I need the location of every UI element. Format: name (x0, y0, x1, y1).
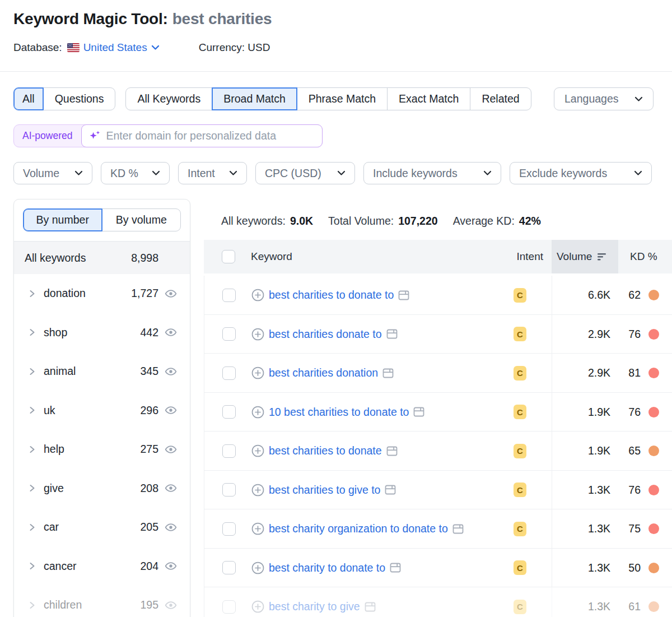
database-value: United States (83, 41, 147, 54)
chevron-right-icon[interactable] (27, 445, 36, 454)
keyword-group-row[interactable]: uk 296 (14, 391, 190, 430)
serp-preview-icon[interactable] (385, 484, 396, 495)
keyword-link[interactable]: best charity organization to donate to (269, 522, 448, 535)
keyword-link[interactable]: best charities donate to (269, 328, 382, 341)
tab-phrase-match[interactable]: Phrase Match (297, 87, 388, 110)
serp-preview-icon[interactable] (452, 523, 464, 535)
add-keyword-icon[interactable] (251, 406, 264, 419)
add-keyword-icon[interactable] (251, 289, 264, 301)
keyword-group-row[interactable]: shop 442 (14, 313, 190, 352)
row-checkbox[interactable] (222, 483, 236, 497)
keyword-link[interactable]: best charity to donate to (269, 562, 385, 574)
tab-all[interactable]: All (13, 87, 44, 110)
volume-value: 1.9K (552, 393, 618, 432)
row-checkbox[interactable] (222, 522, 236, 536)
row-checkbox[interactable] (222, 367, 236, 380)
keyword-group-row[interactable]: car 205 (14, 508, 190, 547)
tool-title: Keyword Magic Tool: (13, 10, 168, 27)
serp-preview-icon[interactable] (365, 601, 376, 613)
keyword-group-row[interactable]: children 195 (14, 586, 190, 617)
eye-icon[interactable] (165, 404, 177, 416)
tab-all-keywords[interactable]: All Keywords (125, 87, 212, 110)
keyword-link[interactable]: best charities donation (269, 367, 378, 379)
exclude-keywords-dropdown[interactable]: Exclude keywords (510, 162, 652, 184)
keyword-link[interactable]: best charities to donate (269, 444, 382, 457)
group-count: 195 (140, 599, 158, 611)
row-checkbox[interactable] (222, 405, 236, 419)
keyword-group-row[interactable]: give 208 (14, 469, 190, 508)
stat-all-keywords: All keywords:9.0K (221, 215, 313, 228)
table-row: best charities to donate C 1.9K 65 (204, 432, 672, 471)
keyword-group-row[interactable]: animal 345 (14, 352, 190, 391)
eye-icon[interactable] (165, 443, 177, 456)
page-header: Keyword Magic Tool:best charities (13, 10, 272, 28)
languages-dropdown[interactable]: Languages (554, 87, 654, 110)
keyword-link[interactable]: best charities to donate to (269, 289, 394, 301)
eye-icon[interactable] (165, 560, 177, 572)
column-intent[interactable]: Intent (510, 250, 552, 263)
add-keyword-icon[interactable] (251, 484, 264, 497)
database-selector[interactable]: United States (67, 41, 160, 54)
all-keywords-row[interactable]: All keywords 8,998 (14, 241, 190, 274)
tab-exact-match[interactable]: Exact Match (387, 87, 470, 110)
add-keyword-icon[interactable] (251, 562, 264, 574)
group-count: 205 (140, 521, 158, 534)
intent-filter-dropdown[interactable]: Intent (178, 162, 247, 184)
add-keyword-icon[interactable] (251, 328, 264, 341)
chevron-right-icon[interactable] (27, 601, 36, 610)
eye-icon[interactable] (165, 599, 177, 611)
volume-filter-dropdown[interactable]: Volume (13, 162, 92, 184)
column-kd[interactable]: KD % (618, 250, 672, 263)
eye-icon[interactable] (165, 287, 177, 300)
row-checkbox[interactable] (222, 444, 236, 458)
volume-value: 1.3K (552, 509, 618, 549)
add-keyword-icon[interactable] (251, 367, 264, 379)
chevron-right-icon[interactable] (27, 289, 36, 298)
kd-filter-dropdown[interactable]: KD % (101, 162, 170, 184)
tab-broad-match[interactable]: Broad Match (212, 87, 297, 110)
tab-questions[interactable]: Questions (43, 87, 116, 110)
domain-input[interactable] (106, 129, 322, 142)
tab-related[interactable]: Related (470, 87, 531, 110)
keyword-group-row[interactable]: cancer 204 (14, 547, 190, 586)
kd-value: 81 (628, 367, 641, 379)
serp-preview-icon[interactable] (398, 290, 409, 301)
row-checkbox[interactable] (222, 561, 236, 574)
eye-icon[interactable] (165, 482, 177, 494)
include-keywords-dropdown[interactable]: Include keywords (363, 162, 501, 184)
row-checkbox[interactable] (222, 327, 236, 341)
keyword-link[interactable]: best charity to give (269, 600, 360, 613)
chevron-right-icon[interactable] (27, 367, 36, 376)
ai-powered-badge: AI-powered (14, 130, 81, 142)
row-checkbox[interactable] (222, 289, 236, 302)
keyword-link[interactable]: best charities to give to (269, 484, 380, 497)
row-checkbox[interactable] (222, 600, 236, 614)
column-volume[interactable]: Volume (552, 240, 618, 273)
cpc-filter-dropdown[interactable]: CPC (USD) (255, 162, 355, 184)
serp-preview-icon[interactable] (386, 446, 398, 457)
keyword-group-row[interactable]: help 275 (14, 430, 190, 469)
toggle-by-number[interactable]: By number (23, 208, 102, 231)
chevron-right-icon[interactable] (27, 406, 36, 415)
keyword-link[interactable]: 10 best charities to donate to (269, 406, 409, 419)
chevron-right-icon[interactable] (27, 484, 36, 493)
add-keyword-icon[interactable] (251, 444, 264, 457)
select-all-checkbox[interactable] (222, 250, 235, 263)
serp-preview-icon[interactable] (382, 368, 394, 379)
keyword-group-row[interactable]: donation 1,727 (14, 274, 190, 313)
add-keyword-icon[interactable] (251, 522, 264, 535)
eye-icon[interactable] (165, 326, 177, 338)
chevron-right-icon[interactable] (27, 562, 36, 570)
serp-preview-icon[interactable] (390, 562, 401, 573)
stat-average-kd: Average KD:42% (453, 215, 541, 228)
eye-icon[interactable] (165, 365, 177, 378)
toggle-by-volume[interactable]: By volume (102, 208, 181, 231)
add-keyword-icon[interactable] (251, 600, 264, 613)
eye-icon[interactable] (165, 521, 177, 534)
sparkles-icon (88, 129, 101, 142)
column-keyword[interactable]: Keyword (249, 250, 510, 263)
chevron-right-icon[interactable] (27, 523, 36, 532)
serp-preview-icon[interactable] (386, 328, 398, 340)
serp-preview-icon[interactable] (413, 406, 424, 417)
chevron-right-icon[interactable] (27, 328, 36, 337)
